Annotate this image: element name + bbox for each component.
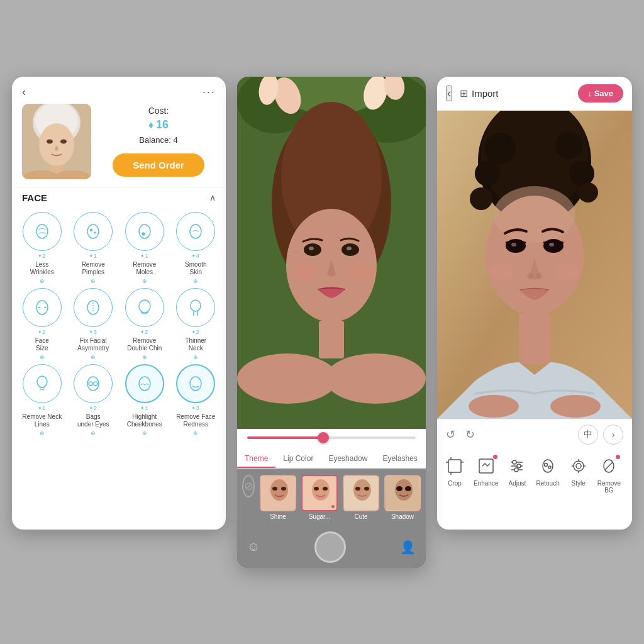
svg-point-91	[513, 460, 516, 464]
svg-point-84	[469, 395, 519, 418]
list-item: ♦3 Remove FaceRedness ⊕	[172, 364, 220, 436]
svg-point-78	[527, 273, 533, 279]
svg-point-92	[517, 464, 521, 468]
retouch-tool[interactable]: Retouch	[532, 455, 563, 494]
svg-point-98	[576, 464, 581, 469]
tab-eyebrow[interactable]: Eyebro...	[425, 450, 426, 468]
thinner-neck-button[interactable]	[176, 288, 215, 327]
remove-bg-tool[interactable]: Remove BG	[594, 455, 625, 494]
expand-button[interactable]: ›	[603, 425, 623, 445]
less-wrinkles-button[interactable]	[23, 212, 62, 251]
undo-button[interactable]: ↺	[446, 428, 455, 441]
capture-button[interactable]	[314, 531, 346, 563]
crop-tool[interactable]: Crop	[440, 455, 470, 494]
list-item[interactable]: Sugar...	[301, 475, 338, 520]
cost-number: 16	[156, 118, 169, 131]
list-item: ♦2 Bagsunder Eyes ⊕	[70, 364, 118, 436]
adjust-tool[interactable]: Adjust	[502, 455, 532, 494]
remove-moles-button[interactable]	[125, 212, 164, 251]
screen2: Theme Lip Color Eyeshadow Eyelashes Eyeb…	[237, 77, 426, 568]
svg-point-24	[139, 377, 150, 391]
list-item[interactable]: Cute	[343, 475, 379, 520]
svg-point-79	[536, 273, 542, 279]
svg-point-80	[489, 263, 514, 279]
face-size-button[interactable]	[23, 288, 62, 327]
cost-badge: ♦3	[90, 329, 97, 335]
back-button[interactable]: ‹	[22, 86, 26, 99]
balance-label: Balance: 4	[139, 135, 177, 145]
send-order-button[interactable]: Send Order	[113, 153, 204, 177]
svg-point-10	[87, 225, 99, 238]
svg-point-70	[470, 187, 492, 210]
remove-double-chin-button[interactable]	[125, 288, 164, 327]
svg-point-48	[272, 487, 277, 491]
cost-value-row: ♦ 16	[148, 118, 169, 131]
import-area: ⊞ Import	[460, 87, 499, 99]
cute-thumbnail[interactable]	[343, 475, 379, 511]
svg-point-13	[139, 225, 150, 238]
remove-bg-dot	[616, 455, 620, 459]
svg-point-14	[142, 233, 145, 235]
enhance-label: Enhance	[474, 480, 498, 487]
selected-dot	[331, 505, 335, 508]
svg-point-15	[190, 225, 201, 238]
shadow-thumbnail[interactable]	[384, 475, 421, 511]
list-item[interactable]: Shadow	[384, 475, 421, 520]
fix-facial-asymmetry-button[interactable]	[74, 288, 113, 327]
style-icon	[567, 455, 590, 477]
highlight-cheekbones-button[interactable]	[125, 364, 164, 403]
more-button[interactable]: ···	[203, 86, 216, 99]
svg-point-52	[314, 487, 319, 491]
list-item[interactable]: Shine	[260, 475, 296, 520]
tab-theme[interactable]: Theme	[237, 450, 275, 468]
svg-point-23	[94, 382, 97, 386]
slider-thumb[interactable]	[318, 432, 329, 443]
list-item: ♦4 SmoothSkin ⊕	[172, 212, 220, 284]
shine-thumbnail[interactable]	[260, 475, 296, 511]
person-icon[interactable]: 👤	[400, 540, 416, 555]
cost-badge: ♦2	[90, 405, 97, 411]
svg-point-5	[60, 139, 67, 143]
svg-point-56	[355, 487, 360, 491]
style-tool[interactable]: Style	[564, 455, 594, 494]
info-icon: ⊕	[142, 430, 147, 436]
s1-header: ‹ ···	[12, 77, 226, 104]
compare-button[interactable]: 中	[578, 425, 598, 445]
tab-eyelashes[interactable]: Eyelashes	[375, 450, 425, 468]
item-label: Remove FaceRedness	[176, 413, 215, 428]
enhance-tool[interactable]: Enhance	[470, 455, 502, 494]
remove-bg-icon	[597, 455, 620, 477]
remove-face-redness-button[interactable]	[176, 364, 215, 403]
ai-tool[interactable]: AI	[625, 455, 632, 494]
bags-under-eyes-button[interactable]	[74, 364, 113, 403]
no-filter-icon[interactable]: ⊘	[242, 475, 255, 497]
screen1: ‹ ···	[12, 77, 226, 530]
sugar-thumbnail[interactable]	[301, 475, 338, 511]
slider-fill	[247, 436, 323, 439]
svg-point-4	[47, 139, 53, 143]
svg-point-25	[190, 377, 201, 391]
cost-badge: ♦2	[192, 329, 199, 335]
back-button[interactable]: ‹	[446, 86, 452, 101]
svg-point-40	[347, 247, 352, 250]
cost-badge: ♦3	[192, 405, 199, 411]
emoji-icon[interactable]: ☺	[247, 540, 260, 554]
portrait-image	[22, 104, 91, 179]
retouch-label: Retouch	[536, 480, 559, 487]
cost-area: Cost: ♦ 16 Balance: 4 Send Order	[101, 106, 216, 177]
redo-button[interactable]: ↻	[465, 428, 475, 441]
svg-point-93	[514, 468, 518, 472]
remove-neck-lines-button[interactable]	[23, 364, 62, 403]
remove-pimples-button[interactable]	[74, 212, 113, 251]
cost-badge: ♦2	[38, 329, 45, 335]
info-icon: ⊕	[40, 430, 45, 436]
cost-badge: ♦1	[141, 405, 148, 411]
face-items-grid: ♦2 LessWrinkles ⊕ ♦1 RemovePimples ⊕ ♦1 …	[12, 208, 226, 440]
tab-eyeshadow[interactable]: Eyeshadow	[321, 450, 375, 468]
smooth-skin-button[interactable]	[176, 212, 215, 251]
list-item: ♦2 RemoveDouble Chin ⊕	[121, 288, 169, 360]
adjustment-slider-track[interactable]	[247, 436, 416, 439]
svg-point-9	[36, 225, 48, 238]
tab-lip-color[interactable]: Lip Color	[275, 450, 321, 468]
save-button[interactable]: ↓ Save	[578, 84, 623, 103]
